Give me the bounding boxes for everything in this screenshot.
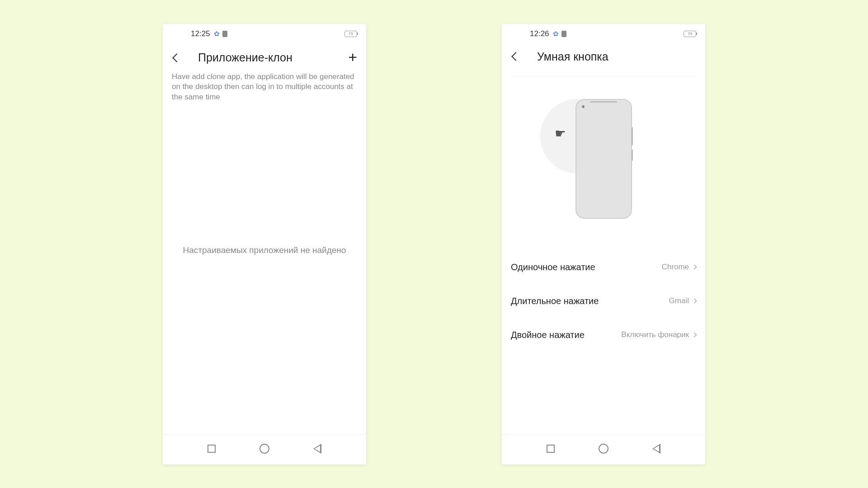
setting-long-press[interactable]: Длительное нажатие Gmail — [511, 284, 696, 318]
setting-value-wrap: Chrome — [662, 263, 696, 272]
page-title: Умная кнопка — [537, 50, 609, 63]
setting-single-press[interactable]: Одиночное нажатие Chrome — [511, 250, 696, 284]
setting-label: Одиночное нажатие — [511, 262, 595, 272]
recents-icon[interactable] — [208, 445, 216, 453]
status-icons: ✿ — [553, 30, 566, 38]
battery-icon: 73 — [684, 31, 696, 37]
gear-icon: ✿ — [553, 30, 559, 38]
empty-state: Настраиваемых приложений не найдено — [163, 66, 366, 434]
phone-device-illustration — [576, 99, 632, 219]
phone-illustration: ☛ — [502, 76, 705, 250]
phone-notch — [590, 101, 617, 103]
recents-icon[interactable] — [547, 445, 555, 453]
status-time: 12:26 — [530, 29, 549, 38]
phone-screenshot-clone-app: 12:25 ✿ 73 Приложение-клон + Have add cl… — [163, 24, 366, 465]
page-title: Приложение-клон — [198, 51, 292, 64]
navigation-bar — [502, 434, 705, 465]
phone-side-button-2 — [632, 150, 633, 161]
empty-state-text: Настраиваемых приложений не найдено — [183, 245, 346, 255]
chevron-right-icon — [692, 298, 697, 303]
document-icon — [222, 31, 227, 37]
status-bar: 12:26 ✿ 73 — [502, 24, 705, 42]
status-bar: 12:25 ✿ 73 — [163, 24, 366, 42]
chevron-right-icon — [692, 332, 697, 337]
phone-side-button-1 — [632, 127, 633, 145]
setting-value-wrap: Включить фонарик — [621, 330, 696, 339]
chevron-right-icon — [692, 264, 697, 269]
pointing-hand-icon: ☛ — [555, 126, 566, 141]
gear-icon: ✿ — [214, 30, 220, 38]
setting-value-wrap: Gmail — [669, 296, 696, 305]
home-icon[interactable] — [599, 444, 609, 454]
add-button[interactable]: + — [348, 49, 357, 65]
status-time: 12:25 — [191, 29, 210, 38]
phone-camera-icon — [582, 105, 585, 108]
page-header: Умная кнопка — [502, 42, 705, 71]
home-icon[interactable] — [259, 444, 269, 454]
back-icon[interactable] — [511, 52, 520, 61]
document-icon — [561, 31, 566, 37]
setting-value: Chrome — [662, 263, 689, 272]
setting-label: Двойное нажатие — [511, 330, 585, 340]
status-icons: ✿ — [214, 30, 227, 38]
back-nav-icon[interactable] — [652, 444, 660, 454]
phone-screenshot-smart-button: 12:26 ✿ 73 Умная кнопка ☛ Одиночное нажа… — [502, 24, 705, 465]
setting-label: Длительное нажатие — [511, 296, 599, 306]
settings-list: Одиночное нажатие Chrome Длительное нажа… — [502, 250, 705, 352]
navigation-bar — [163, 434, 366, 465]
battery-icon: 73 — [344, 31, 357, 37]
setting-value: Gmail — [669, 296, 689, 305]
back-icon[interactable] — [172, 53, 181, 62]
setting-double-press[interactable]: Двойное нажатие Включить фонарик — [511, 318, 696, 352]
setting-value: Включить фонарик — [621, 330, 689, 339]
back-nav-icon[interactable] — [313, 444, 321, 454]
